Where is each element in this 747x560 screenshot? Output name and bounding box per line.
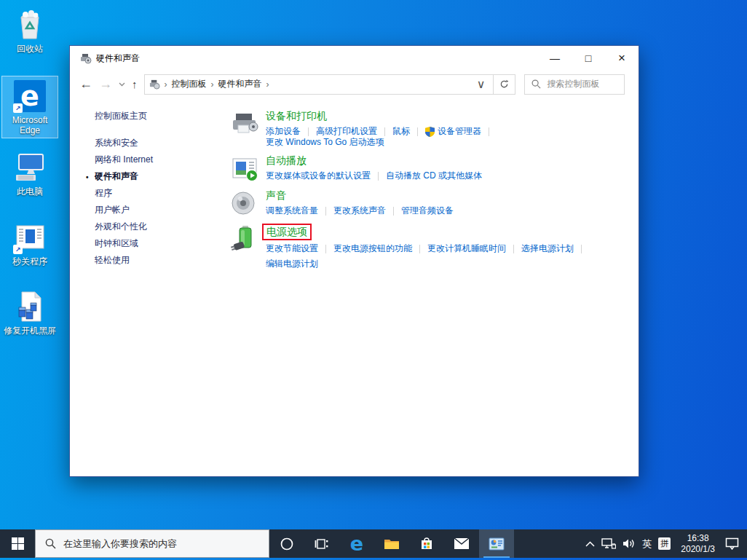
desktop-icon-recycle-bin[interactable]: 回收站 (1, 4, 58, 57)
devices-printers-icon[interactable] (230, 109, 259, 138)
link-advanced-printer-setup[interactable]: 高级打印机设置 (316, 126, 392, 137)
address-bar[interactable]: › 控制面板 › 硬件和声音 › ∨ (144, 74, 494, 95)
desktop-icon-registry-file[interactable]: 修复开机黑屏 (1, 286, 58, 339)
taskbar-search-input[interactable]: 在这里输入你要搜索的内容 (35, 529, 269, 558)
maximize-button[interactable]: □ (572, 46, 605, 71)
file-explorer-button[interactable] (374, 529, 409, 558)
ime-mode-indicator[interactable]: 拼 (658, 537, 671, 550)
shortcut-arrow-icon: ↗ (13, 245, 23, 254)
link-change-media-defaults[interactable]: 更改媒体或设备的默认设置 (266, 170, 386, 181)
sidebar-item-user-accounts[interactable]: 用户帐户 (95, 205, 153, 215)
breadcrumb-separator: › (266, 79, 269, 90)
search-icon (531, 79, 541, 89)
breadcrumb-control-panel[interactable]: 控制面板 (172, 78, 207, 90)
program-window-icon: ↗ (12, 220, 47, 255)
back-button[interactable]: ← (79, 76, 92, 92)
window-content: 控制面板主页 系统和安全 网络和 Internet •硬件和声音 程序 用户帐户… (70, 98, 639, 476)
link-manage-audio-devices[interactable]: 管理音频设备 (401, 205, 454, 216)
volume-icon[interactable] (622, 538, 636, 549)
minimize-button[interactable]: — (538, 46, 572, 71)
desktop-icon-label: Microsoft Edge (4, 115, 56, 135)
clock-date: 2020/1/3 (681, 544, 715, 555)
sidebar-item-programs[interactable]: 程序 (95, 189, 153, 198)
task-view-button[interactable] (304, 529, 339, 558)
sidebar-item-home[interactable]: 控制面板主页 (95, 111, 153, 121)
refresh-icon (499, 79, 509, 89)
desktop-icon-label: 修复开机黑屏 (4, 326, 56, 336)
history-chevron-icon[interactable] (119, 82, 125, 87)
section-title-devices-printers[interactable]: 设备和打印机 (266, 109, 327, 123)
address-dropdown-chevron-icon[interactable]: ∨ (473, 77, 490, 91)
link-change-sleep-time[interactable]: 更改计算机睡眠时间 (427, 243, 521, 254)
sound-icon[interactable] (230, 189, 259, 218)
power-options-icon[interactable] (230, 224, 259, 253)
desktop-icon-app-shortcut[interactable]: ↗ 秒关程序 (1, 217, 58, 269)
link-add-device[interactable]: 添加设备 (266, 126, 316, 137)
section-power-options: 电源选项 更改节能设置 更改电源按钮的功能 更改计算机睡眠时间 选择电源计划 编… (230, 224, 598, 269)
link-mouse[interactable]: 鼠标 (392, 126, 425, 137)
edge-taskbar-button[interactable]: e (339, 529, 374, 558)
desktop-icon-label: 回收站 (17, 44, 43, 54)
hidden-icons-chevron-icon[interactable] (585, 541, 595, 547)
control-panel-search-input[interactable]: 搜索控制面板 (524, 74, 625, 95)
section-title-power-options-highlighted[interactable]: 电源选项 (262, 224, 312, 240)
autoplay-icon[interactable] (230, 154, 259, 183)
edge-icon: e ↗ (12, 79, 47, 114)
category-list: 设备和打印机 添加设备 高级打印机设置 鼠标 (230, 109, 598, 275)
sidebar: 控制面板主页 系统和安全 网络和 Internet •硬件和声音 程序 用户帐户… (95, 111, 153, 272)
up-button[interactable]: ↑ (132, 78, 138, 90)
desktop-icon-this-pc[interactable]: 此电脑 (1, 147, 58, 200)
window-title: 硬件和声音 (96, 52, 140, 65)
control-panel-window: 硬件和声音 — □ × ← → ↑ (69, 45, 639, 477)
control-panel-icon (489, 537, 505, 551)
section-title-autoplay[interactable]: 自动播放 (266, 154, 307, 167)
link-change-power-saving[interactable]: 更改节能设置 (266, 243, 333, 254)
desktop-icon-microsoft-edge[interactable]: e ↗ Microsoft Edge (1, 76, 58, 138)
active-bullet-icon: • (86, 173, 89, 182)
section-title-sound[interactable]: 声音 (266, 189, 286, 202)
control-panel-taskbar-button[interactable] (479, 529, 514, 558)
sidebar-item-network-internet[interactable]: 网络和 Internet (95, 155, 153, 165)
ime-language-indicator[interactable]: 英 (642, 537, 652, 551)
task-view-icon (315, 537, 329, 551)
sidebar-item-ease-of-access[interactable]: 轻松使用 (95, 256, 153, 265)
link-device-manager[interactable]: 设备管理器 (425, 126, 497, 137)
uac-shield-icon (425, 127, 435, 137)
link-windows-to-go[interactable]: 更改 Windows To Go 启动选项 (266, 137, 384, 148)
address-location-icon[interactable] (149, 79, 160, 90)
this-pc-icon (12, 150, 47, 185)
sidebar-item-hardware-sound[interactable]: •硬件和声音 (95, 172, 153, 181)
start-button[interactable] (0, 529, 35, 558)
action-center-icon[interactable] (725, 537, 739, 550)
refresh-button[interactable] (494, 74, 515, 95)
cortana-button[interactable] (269, 529, 304, 558)
sidebar-item-appearance[interactable]: 外观和个性化 (95, 222, 153, 232)
store-icon (419, 537, 434, 551)
forward-button[interactable]: → (99, 76, 112, 92)
link-autoplay-cd[interactable]: 自动播放 CD 或其他媒体 (386, 170, 482, 181)
sidebar-item-clock-region[interactable]: 时钟和区域 (95, 239, 153, 248)
link-change-system-sounds[interactable]: 更改系统声音 (333, 205, 401, 216)
taskbar-search-placeholder: 在这里输入你要搜索的内容 (63, 537, 177, 551)
section-sound: 声音 调整系统音量 更改系统声音 管理音频设备 (230, 189, 598, 218)
link-choose-power-plan[interactable]: 选择电源计划 (521, 243, 589, 254)
desktop-background: 回收站 e ↗ Microsoft Edge 此电脑 ↗ (0, 0, 747, 560)
breadcrumb-hardware-sound[interactable]: 硬件和声音 (218, 78, 262, 90)
sidebar-item-system-security[interactable]: 系统和安全 (95, 138, 153, 148)
link-power-button-function[interactable]: 更改电源按钮的功能 (333, 243, 427, 254)
link-edit-power-plan[interactable]: 编辑电源计划 (266, 259, 318, 269)
network-icon[interactable] (601, 538, 616, 550)
title-bar[interactable]: 硬件和声音 — □ × (70, 46, 639, 71)
cortana-icon (280, 537, 294, 551)
clock-time: 16:38 (681, 533, 715, 544)
mail-button[interactable] (444, 529, 479, 558)
close-button[interactable]: × (605, 46, 639, 71)
edge-icon: e (350, 534, 363, 553)
link-adjust-volume[interactable]: 调整系统音量 (266, 205, 333, 216)
shortcut-arrow-icon: ↗ (13, 103, 23, 113)
recycle-bin-icon (12, 7, 47, 42)
taskbar-clock[interactable]: 16:38 2020/1/3 (681, 533, 715, 555)
desktop-icon-label: 秒关程序 (12, 256, 47, 267)
taskbar: 在这里输入你要搜索的内容 e (0, 529, 747, 558)
microsoft-store-button[interactable] (409, 529, 444, 558)
